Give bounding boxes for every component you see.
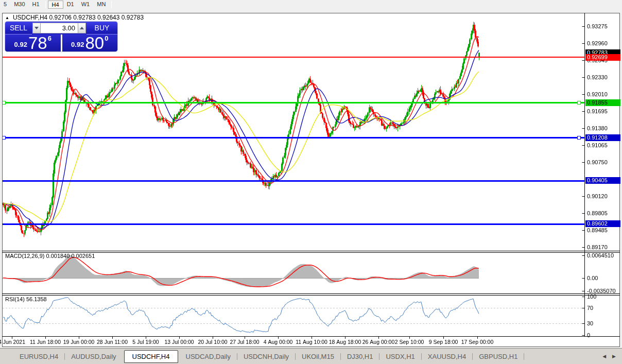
symbol-tab-bar: EURUSD,H4AUDUSD,DailyUSDCHF,H4USDCAD,Dai… [0, 348, 622, 364]
triangle-down-icon [34, 27, 39, 29]
tab-ukoil-m15[interactable]: UKOil,M15 [296, 351, 340, 362]
buy-price-prefix: 0.92 [71, 41, 84, 48]
volume-increase-button[interactable] [78, 23, 86, 33]
red-level-tag[interactable]: 0.92699 [585, 54, 620, 61]
sell-price-big: 78 [28, 36, 47, 50]
tab-scroll-buttons: ◀▶ [602, 354, 616, 359]
chart-title: ▲ USDCHF,H4 0.92706 0.92783 0.92643 0.92… [5, 14, 144, 21]
tab-usdcnh-daily[interactable]: USDCNH,Daily [237, 351, 295, 362]
buy-price-button[interactable]: 0.92 80 0 [62, 34, 118, 51]
tab-usdchf-h4[interactable]: USDCHF,H4 [124, 350, 178, 363]
blue-level-tag[interactable]: 0.90405 [585, 177, 620, 184]
tab-usdx-h1[interactable]: USDX,H1 [379, 351, 421, 362]
tab-separator [524, 353, 524, 360]
buy-price-big: 80 [85, 36, 104, 50]
trade-panel: SELL 3.00 BUY 0.92 78 6 0.92 80 0 [5, 22, 117, 51]
tab-xauusd-h4[interactable]: XAUUSD,H4 [422, 351, 472, 362]
price-chart-canvas[interactable] [0, 0, 622, 364]
tab-scroll-right[interactable]: ▶ [612, 354, 616, 359]
tab-audusd-daily[interactable]: AUDUSD,Daily [65, 351, 122, 362]
blue-level-tag[interactable]: 0.91208 [585, 134, 620, 141]
buy-price-sup: 0 [105, 34, 108, 42]
tab-gbpusd-h1[interactable]: GBPUSD,H1 [473, 351, 524, 362]
sell-price-prefix: 0.92 [14, 41, 27, 48]
tab-scroll-left[interactable]: ◀ [602, 354, 606, 359]
tab-eurusd-h4[interactable]: EURUSD,H4 [13, 351, 64, 362]
tab-usdcad-daily[interactable]: USDCAD,Daily [180, 351, 237, 362]
chart-title-text: USDCHF,H4 0.92706 0.92783 0.92643 0.9278… [13, 14, 144, 21]
blue-level-tag[interactable]: 0.89602 [585, 220, 620, 227]
collapse-arrow-icon[interactable]: ▲ [5, 15, 9, 20]
rsi-label: RSI(14) 56.1358 [5, 296, 47, 302]
sell-price-sup: 6 [48, 34, 51, 42]
tab-dj30-h1[interactable]: DJ30,H1 [341, 351, 379, 362]
volume-stepper: 3.00 [32, 22, 87, 34]
triangle-up-icon [80, 27, 84, 29]
sell-price-button[interactable]: 0.92 78 6 [5, 34, 61, 51]
volume-input[interactable]: 3.00 [41, 23, 78, 33]
sell-button[interactable]: SELL [5, 22, 32, 34]
macd-label: MACD(12,26,9) 0.001840 0.002651 [5, 253, 95, 259]
green-level-tag[interactable]: 0.91855 [585, 99, 620, 106]
buy-button[interactable]: BUY [87, 22, 117, 34]
volume-decrease-button[interactable] [32, 23, 41, 33]
